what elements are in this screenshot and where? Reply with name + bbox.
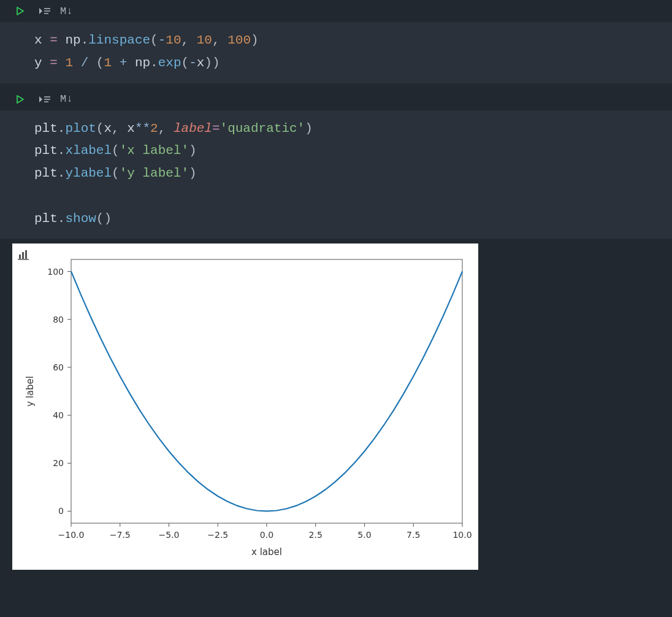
svg-rect-8 (25, 250, 27, 259)
svg-rect-7 (22, 252, 24, 259)
code-editor[interactable]: x = np.linspace(-10, 10, 100) y = 1 / (1… (0, 22, 672, 83)
notebook-cell: M↓ x = np.linspace(-10, 10, 100) y = 1 /… (0, 0, 672, 83)
svg-text:0: 0 (58, 507, 64, 516)
cell-toolbar: M↓ (0, 0, 672, 22)
code-editor[interactable]: plt.plot(x, x**2, label='quadratic') plt… (0, 110, 672, 239)
markdown-convert-button[interactable]: M↓ (60, 6, 72, 17)
matplotlib-chart: −10.0−7.5−5.0−2.50.02.55.07.510.00204060… (16, 247, 475, 566)
run-by-line-button[interactable] (38, 4, 52, 18)
svg-text:40: 40 (53, 410, 64, 420)
run-cell-button[interactable] (13, 93, 27, 106)
markdown-convert-button[interactable]: M↓ (60, 93, 72, 105)
svg-text:5.0: 5.0 (357, 530, 371, 540)
svg-text:−5.0: −5.0 (159, 530, 180, 540)
svg-text:100: 100 (47, 267, 64, 277)
svg-text:20: 20 (53, 459, 64, 469)
svg-text:2.5: 2.5 (309, 530, 323, 540)
svg-text:10.0: 10.0 (452, 530, 472, 540)
cell-toolbar: M↓ (0, 88, 672, 110)
run-by-line-button[interactable] (38, 93, 52, 106)
svg-text:x label: x label (251, 546, 282, 558)
svg-text:7.5: 7.5 (407, 530, 420, 540)
svg-text:80: 80 (53, 315, 64, 324)
chart-output: −10.0−7.5−5.0−2.50.02.55.07.510.00204060… (12, 243, 478, 570)
chart-view-icon[interactable] (17, 248, 31, 262)
svg-text:−2.5: −2.5 (207, 530, 228, 540)
svg-text:−10.0: −10.0 (58, 530, 85, 540)
svg-text:−7.5: −7.5 (110, 530, 131, 540)
cell-output: −10.0−7.5−5.0−2.50.02.55.07.510.00204060… (0, 239, 672, 575)
run-cell-button[interactable] (13, 4, 27, 18)
svg-rect-6 (19, 255, 21, 259)
notebook-cell: M↓ plt.plot(x, x**2, label='quadratic') … (0, 88, 672, 575)
svg-text:y label: y label (25, 376, 36, 407)
svg-text:60: 60 (53, 362, 64, 372)
svg-text:0.0: 0.0 (260, 530, 273, 540)
svg-rect-10 (71, 259, 462, 523)
